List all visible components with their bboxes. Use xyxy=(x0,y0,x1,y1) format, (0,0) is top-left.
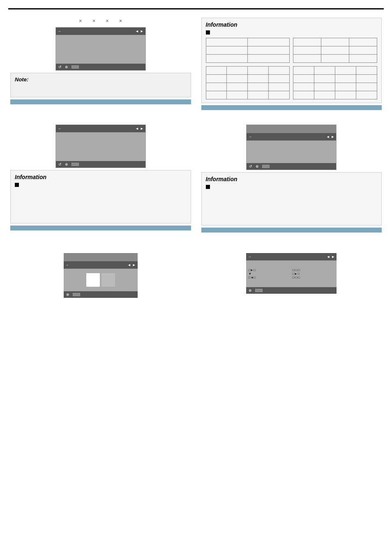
section-footer-bar-3 xyxy=(10,226,191,230)
toolbar-left-4: → xyxy=(65,263,69,267)
screen-footer-2: ↺ ⊕ xyxy=(56,161,145,168)
bullet-square-2 xyxy=(15,183,19,187)
arrow-left-icon-1: ◄ xyxy=(135,29,139,33)
top-border xyxy=(8,8,384,9)
row-2: → ◄ ► ↺ ⊕ Information xyxy=(8,120,384,235)
info-box-1: Information xyxy=(201,18,382,103)
arrows-left-col: □►□ ▼ □◄□ xyxy=(248,268,291,279)
split-gray xyxy=(101,273,115,287)
rotate-icon-2: ↺ xyxy=(58,162,62,166)
info-spacer-3a xyxy=(206,190,378,198)
note-box-1: Note: xyxy=(10,73,191,97)
section-footer-bar-2 xyxy=(201,105,382,110)
arrow-row-3: □◄□ xyxy=(248,276,291,279)
x-marker-3: × xyxy=(106,18,109,24)
footer-rect-4 xyxy=(73,293,80,296)
arrow-1: □►□ xyxy=(248,268,256,272)
info-text-3 xyxy=(212,184,213,189)
screen-toolbar-2: → ◄ ► xyxy=(56,125,145,132)
toolbar-left-1: → xyxy=(58,29,61,33)
note-title-1: Note: xyxy=(15,76,187,83)
info-bullet-3 xyxy=(206,184,378,189)
x-markers: × × × × xyxy=(10,18,191,24)
screen-toolbar-3: → ◄ ► xyxy=(247,133,336,140)
arrow-right-icon-tb-3: ► xyxy=(331,135,334,139)
screen-footer-5: ⊕ xyxy=(246,287,337,294)
arrow-2: ▼ xyxy=(248,272,251,276)
arrow-r2: □►□ xyxy=(292,272,300,276)
note-text-1 xyxy=(15,84,187,89)
bot-right-wrapper: → ◄ ► □►□ xyxy=(201,253,382,294)
x-marker-1: × xyxy=(79,18,82,24)
arrow-right-icon-4: → xyxy=(65,263,69,267)
info-spacer-2c xyxy=(15,205,187,213)
plus-icon-2: ⊕ xyxy=(65,162,68,166)
rotate-icon-1: ↺ xyxy=(58,65,62,69)
toolbar-right-5: ◄ ► xyxy=(326,255,335,259)
toolbar-right-3: ◄ ► xyxy=(326,135,334,139)
plus-icon-3: ⊕ xyxy=(256,164,259,168)
arrow-right-icon-5: → xyxy=(248,255,251,259)
plus-icon-1: ⊕ xyxy=(65,65,68,69)
screen-footer-3: ↺ ⊕ xyxy=(247,163,336,170)
info-spacer-3c xyxy=(206,207,378,215)
footer-rect-5 xyxy=(255,289,263,292)
screen-footer-4: ⊕ xyxy=(64,291,138,298)
arrow-3: □◄□ xyxy=(248,276,256,279)
screen-top-bar-4 xyxy=(64,253,138,261)
screen-mockup-1: → ◄ ► ↺ ⊕ xyxy=(55,27,146,71)
arrows-body: □►□ ▼ □◄□ □·□·□ xyxy=(246,260,337,287)
screen-footer-1: ↺ ⊕ xyxy=(56,64,145,70)
arrow-right-icon-tb-4: ► xyxy=(132,263,136,267)
footer-rect-2 xyxy=(71,163,79,166)
info-text-1 xyxy=(212,30,213,35)
section-bot-left: → ◄ ► ⊕ xyxy=(8,243,193,300)
arrow-r1: □·□·□ xyxy=(292,268,300,272)
arrow-right-icon-3: → xyxy=(248,135,252,139)
info-bullet-2 xyxy=(15,182,187,187)
screen-body-1 xyxy=(56,35,145,64)
toolbar-left-5: → xyxy=(248,255,251,259)
info-box-3: Information xyxy=(201,172,382,226)
toolbar-left-2: → xyxy=(58,127,61,131)
x-marker-2: × xyxy=(92,18,96,24)
screen-mockup-5: → ◄ ► □►□ xyxy=(246,253,337,294)
arrow-right-icon-tb-1: ► xyxy=(140,29,144,33)
section-bot-right: → ◄ ► □►□ xyxy=(199,243,384,300)
arrow-left-icon-4: ◄ xyxy=(127,263,131,267)
screen-body-2 xyxy=(56,132,145,161)
info-title-1: Information xyxy=(206,21,378,28)
footer-rect-3 xyxy=(262,165,270,168)
arrow-row-2: ▼ xyxy=(248,272,291,276)
screen-top-bar-3 xyxy=(247,125,336,133)
toolbar-right-4: ◄ ► xyxy=(127,263,136,267)
arrow-r3: □·□·□ xyxy=(292,276,300,279)
screen-toolbar-4: → ◄ ► xyxy=(64,261,138,269)
screen-mockup-2: → ◄ ► ↺ ⊕ xyxy=(55,124,146,168)
info-text-2 xyxy=(21,182,22,187)
info-spacer-2a xyxy=(15,188,187,196)
mini-table-4 xyxy=(293,66,377,99)
section-footer-bar-1 xyxy=(10,99,191,104)
arrow-row-r2: □►□ xyxy=(292,272,334,276)
arrows-right-col: □·□·□ □►□ □·□·□ xyxy=(292,268,334,279)
row-3: → ◄ ► ⊕ xyxy=(8,243,384,300)
bullet-square-1 xyxy=(206,30,210,35)
arrow-row-1: □►□ xyxy=(248,268,291,272)
split-screen-body xyxy=(64,269,138,291)
arrow-right-icon-1: → xyxy=(58,29,61,33)
bot-left-wrapper: → ◄ ► ⊕ xyxy=(10,253,191,298)
info-box-2: Information xyxy=(10,170,191,223)
section-top-left: × × × × → ◄ ► ↺ ⊕ xyxy=(8,16,193,112)
section-mid-right: → ◄ ► ↺ ⊕ Information xyxy=(199,120,384,235)
screen-toolbar-5: → ◄ ► xyxy=(246,253,337,260)
screen-body-3 xyxy=(247,140,336,163)
arrow-left-icon-2: ◄ xyxy=(135,127,139,131)
section-footer-bar-4 xyxy=(201,228,382,233)
info-title-2: Information xyxy=(15,174,187,180)
page-container: × × × × → ◄ ► ↺ ⊕ xyxy=(0,0,392,555)
plus-icon-4: ⊕ xyxy=(66,292,69,297)
x-marker-4: × xyxy=(119,18,122,24)
arrow-right-icon-2: → xyxy=(58,127,61,131)
plus-icon-5: ⊕ xyxy=(249,288,252,292)
